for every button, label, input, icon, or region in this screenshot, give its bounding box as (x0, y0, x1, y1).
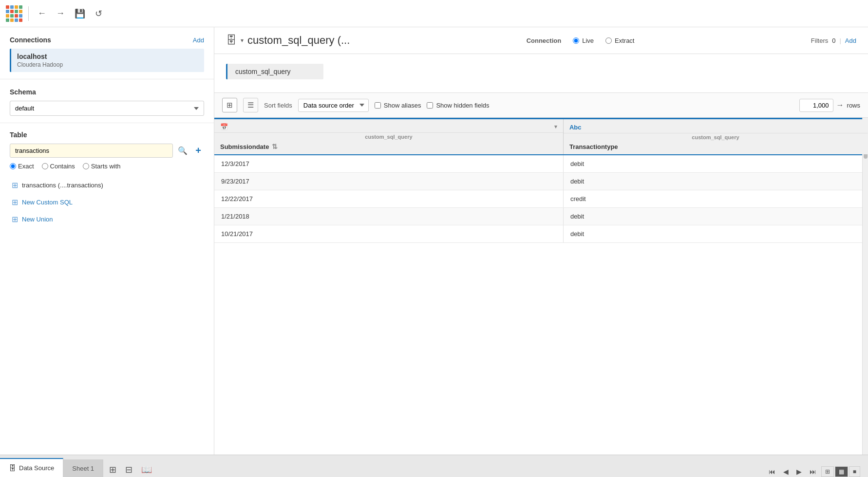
schema-section: Schema default (0, 79, 214, 123)
table-section: Table 🔍 + Exact Contains Starts with (0, 123, 214, 236)
show-hidden-label: Show hidden fields (436, 102, 489, 109)
data-table: 📅 ▾ custom_sql_query Submissiondate ⇅ (214, 118, 868, 243)
view-toggle-buttons: ⊞ ▦ ■ (821, 466, 860, 477)
save-button[interactable]: 💾 (72, 5, 88, 22)
content-area: 🗄 ▾ custom_sql_query (... Connection Liv… (214, 27, 868, 455)
filter-radio-row: Exact Contains Starts with (10, 163, 204, 170)
col-dropdown-date[interactable]: ▾ (554, 124, 557, 130)
table-cell: debit (563, 225, 868, 243)
filters-section: Filters 0 | Add (811, 37, 856, 44)
table-cell: debit (563, 155, 868, 173)
last-page-button[interactable]: ⏭ (807, 466, 819, 477)
vertical-scrollbar[interactable] (862, 118, 868, 455)
new-dashboard-button[interactable]: ⊟ (121, 462, 136, 477)
table-grid-icon: ⊞ (12, 181, 18, 190)
show-aliases-checkbox[interactable] (375, 102, 381, 109)
list-item-new-custom-sql[interactable]: ⊞ New Custom SQL (10, 194, 204, 211)
extract-option[interactable]: Extract (605, 37, 634, 44)
bottom-tabs: 🗄 Data Source Sheet 1 ⊞ ⊟ 📖 ⏮ ◀ ▶ ⏭ ⊞ ▦ … (0, 455, 868, 477)
tab-data-source[interactable]: 🗄 Data Source (0, 458, 63, 477)
table-search-input[interactable] (10, 144, 173, 158)
table-header-row: 📅 ▾ custom_sql_query Submissiondate ⇅ (214, 119, 868, 155)
add-table-button[interactable]: + (192, 144, 204, 157)
col-type-string: Abc (564, 120, 868, 133)
new-worksheet-button[interactable]: ⊞ (105, 462, 120, 477)
show-hidden-checkbox[interactable] (427, 102, 433, 109)
datasource-dropdown-arrow[interactable]: ▾ (241, 37, 244, 44)
sort-select[interactable]: Data source order Alphabetical (298, 99, 369, 112)
filter-exact[interactable]: Exact (10, 163, 34, 170)
col-name-submissiondate: Submissiondate ⇅ (214, 141, 563, 154)
full-view-button[interactable]: ■ (849, 466, 860, 477)
rows-count-section: → rows (799, 99, 860, 112)
col-source-string: custom_sql_query (564, 133, 868, 141)
show-aliases-option[interactable]: Show aliases (375, 102, 421, 109)
rows-go-button[interactable]: → (836, 101, 844, 110)
tab-sheet1[interactable]: Sheet 1 (63, 459, 103, 477)
table-cell: 12/3/2017 (214, 155, 563, 173)
show-hidden-option[interactable]: Show hidden fields (427, 102, 489, 109)
grid-view-button[interactable]: ⊞ (222, 98, 237, 112)
list-item-transactions[interactable]: ⊞ transactions (....transactions) (10, 177, 204, 194)
new-story-button[interactable]: 📖 (137, 462, 156, 477)
table-row: 10/21/2017debit (214, 225, 868, 243)
page-navigation: ⏮ ◀ ▶ ⏭ ⊞ ▦ ■ (766, 466, 868, 477)
rows-label: rows (847, 102, 860, 109)
datasource-db-icon: 🗄 (226, 34, 237, 47)
new-custom-sql-label: New Custom SQL (22, 199, 73, 206)
data-table-wrap: 📅 ▾ custom_sql_query Submissiondate ⇅ (214, 118, 868, 455)
union-icon: ⊞ (12, 215, 18, 224)
live-option[interactable]: Live (573, 37, 594, 44)
table-cell: 1/21/2018 (214, 208, 563, 225)
connections-title: Connections Add (10, 36, 204, 44)
add-filter-link[interactable]: Add (845, 37, 856, 44)
top-toolbar: ← → 💾 ↺ (0, 0, 868, 27)
prev-page-button[interactable]: ◀ (780, 466, 792, 477)
col-header-submissiondate: 📅 ▾ custom_sql_query Submissiondate ⇅ (214, 119, 563, 155)
list-item-new-union[interactable]: ⊞ New Union (10, 211, 204, 228)
table-cell: 12/22/2017 (214, 190, 563, 208)
sort-icon-date[interactable]: ⇅ (272, 143, 278, 150)
schema-title: Schema (10, 88, 204, 96)
col-name-transactiontype: Transactiontype (564, 141, 868, 154)
filters-label: Filters (811, 37, 828, 44)
forward-button[interactable]: → (53, 5, 68, 21)
table-cell: 9/23/2017 (214, 173, 563, 190)
content-header: 🗄 ▾ custom_sql_query (... Connection Liv… (214, 27, 868, 54)
search-icon[interactable]: 🔍 (176, 144, 189, 157)
sort-fields-label: Sort fields (264, 102, 292, 109)
table-row: 9/23/2017debit (214, 173, 868, 190)
connection-item-localhost[interactable]: localhost Cloudera Hadoop (10, 49, 204, 72)
filter-starts-with[interactable]: Starts with (83, 163, 121, 170)
main-layout: Connections Add localhost Cloudera Hadoo… (0, 27, 868, 455)
back-button[interactable]: ← (35, 5, 49, 21)
table-cell: credit (563, 190, 868, 208)
table-row: 12/22/2017credit (214, 190, 868, 208)
new-sheet-buttons: ⊞ ⊟ 📖 (105, 462, 156, 477)
schema-select[interactable]: default (10, 101, 204, 116)
compact-view-button[interactable]: ▦ (835, 466, 848, 477)
table-cell: debit (563, 208, 868, 225)
col-header-transactiontype: Abc custom_sql_query Transactiontype (563, 119, 868, 155)
normal-view-button[interactable]: ⊞ (821, 466, 834, 477)
table-row: 12/3/2017debit (214, 155, 868, 173)
refresh-button[interactable]: ↺ (92, 5, 105, 22)
query-pill[interactable]: custom_sql_query (226, 64, 323, 79)
filter-contains[interactable]: Contains (42, 163, 75, 170)
next-page-button[interactable]: ▶ (793, 466, 805, 477)
sidebar: Connections Add localhost Cloudera Hadoo… (0, 27, 214, 455)
connection-label: Connection (527, 37, 562, 44)
table-cell: debit (563, 173, 868, 190)
custom-sql-icon: ⊞ (12, 198, 18, 207)
add-connection-link[interactable]: Add (193, 37, 204, 44)
datasource-name: custom_sql_query (... (247, 34, 350, 47)
toolbar-separator (28, 6, 29, 21)
abc-type-label: Abc (569, 124, 582, 131)
first-page-button[interactable]: ⏮ (766, 466, 778, 477)
rows-input[interactable] (799, 99, 833, 112)
list-view-button[interactable]: ☰ (243, 98, 258, 112)
sort-select-wrap: Data source order Alphabetical (298, 99, 369, 112)
table-row: 1/21/2018debit (214, 208, 868, 225)
connections-section: Connections Add localhost Cloudera Hadoo… (0, 27, 214, 79)
query-name: custom_sql_query (235, 68, 291, 75)
